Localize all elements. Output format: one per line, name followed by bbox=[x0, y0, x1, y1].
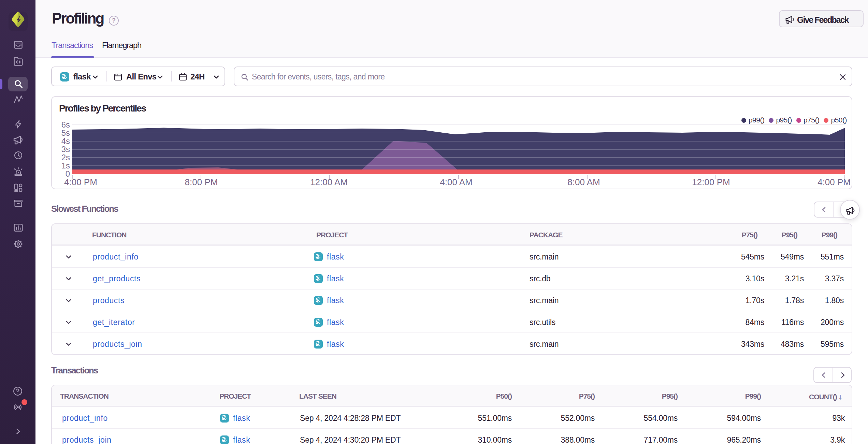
svg-text:4:00 AM: 4:00 AM bbox=[440, 177, 472, 187]
svg-text:4s: 4s bbox=[61, 136, 70, 146]
svg-text:2s: 2s bbox=[61, 153, 70, 162]
svg-text:5s: 5s bbox=[61, 128, 70, 137]
svg-text:3s: 3s bbox=[61, 145, 70, 154]
svg-text:4:00 PM: 4:00 PM bbox=[818, 177, 851, 187]
svg-text:1s: 1s bbox=[61, 161, 70, 170]
svg-text:8:00 PM: 8:00 PM bbox=[185, 177, 218, 187]
svg-text:12:00 AM: 12:00 AM bbox=[310, 177, 348, 187]
svg-text:6s: 6s bbox=[61, 120, 70, 129]
svg-text:4:00 PM: 4:00 PM bbox=[64, 177, 97, 187]
svg-text:8:00 AM: 8:00 AM bbox=[567, 177, 600, 187]
svg-text:12:00 PM: 12:00 PM bbox=[692, 177, 730, 187]
